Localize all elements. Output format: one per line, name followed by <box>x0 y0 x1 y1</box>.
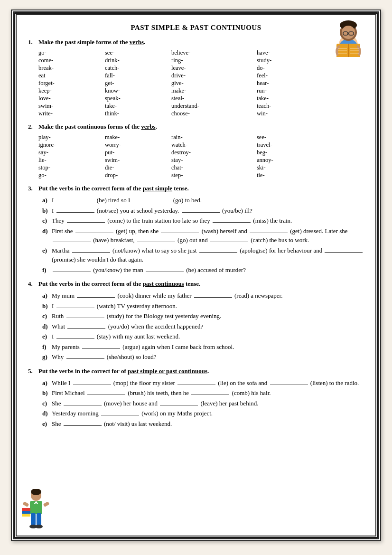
section-5-header: 5. Put the verbs in the correct for of p… <box>28 367 364 377</box>
section-5: 5. Put the verbs in the correct for of p… <box>28 367 364 429</box>
s3-item-d: d) First she (get) up, then she (wash) h… <box>42 226 364 245</box>
verb-ring: ring- <box>171 57 257 64</box>
s4-item-a: a) My mum (cook) dinner while my father … <box>42 291 364 301</box>
verb-leave: leave- <box>171 65 257 72</box>
s3-item-f: f) (you/know) the man (be) accused of mu… <box>42 265 364 275</box>
verb-write: write- <box>38 110 105 117</box>
verb-drive: drive- <box>171 72 257 79</box>
verb-break: break- <box>38 65 105 72</box>
blank-s3f1 <box>53 272 91 272</box>
s5-label-b: b) <box>42 388 52 398</box>
blank-s5c1 <box>64 405 102 405</box>
blank-s3b2 <box>182 212 220 213</box>
blank-s3e3 <box>325 252 363 253</box>
verb-catch: catch- <box>105 65 171 72</box>
verb2-swim: swim- <box>105 157 171 164</box>
s4-item-g: g) Why (she/shout) so loud? <box>42 352 364 362</box>
s5-item-d: d) Yesterday morning (work) on my Maths … <box>42 409 364 418</box>
section-1-verbs: go- see- believe- have- come- drink- rin… <box>38 49 364 117</box>
s4-content-g: Why (she/shout) so loud? <box>52 352 364 362</box>
svg-rect-27 <box>22 511 30 514</box>
svg-rect-24 <box>23 501 29 507</box>
s5-item-a: a) While I (mop) the floor my sister (li… <box>42 378 364 388</box>
verb-love: love- <box>38 95 105 102</box>
verb-take2: take- <box>105 103 171 110</box>
s5-content-e: She (not/ visit) us last weekend. <box>52 419 364 429</box>
verb2-tie: tie- <box>257 172 318 179</box>
blank-s3d5 <box>137 242 175 242</box>
s3-content-e: Martha (not/know) what to say so she jus… <box>52 246 364 264</box>
s4-item-d: d) What (you/do) when the accident happe… <box>42 322 364 331</box>
s3-content-f: (you/know) the man (be) accused of murde… <box>52 265 364 275</box>
verb2-travel: travel- <box>257 141 318 149</box>
s4-content-c: Ruth (study) for the Biology test yester… <box>52 311 364 321</box>
blank-s3d1 <box>75 233 113 233</box>
section-2: 2. Make the past continuous forms of the… <box>28 123 364 179</box>
blank-s4f1 <box>82 348 120 349</box>
verb2-make: make- <box>105 134 171 141</box>
verb2-go: go- <box>38 172 105 179</box>
verb2-beg: beg- <box>257 149 318 156</box>
verb-steal: steal- <box>171 95 257 102</box>
blank-s5a2 <box>177 385 215 385</box>
worksheet-page: PAST SIMPLE & PAST CONTINUOUS 1. Make th… <box>11 9 381 541</box>
s4-item-e: e) I (stay) with my aunt last weekend. <box>42 332 364 341</box>
verb2-step: step- <box>171 172 257 179</box>
verb2-chat: chat- <box>171 164 257 171</box>
s3-item-c: c) They (come) to the train station too … <box>42 216 364 226</box>
blank-s3b1 <box>56 212 94 213</box>
s4-content-e: I (stay) with my aunt last weekend. <box>52 332 364 341</box>
verb2-worry: worry- <box>105 141 171 149</box>
verb2-drop: drop- <box>105 172 171 179</box>
section-3-header: 3. Put the verbs in the correct form of … <box>28 185 364 194</box>
s5-label-e: e) <box>42 419 52 429</box>
verb-drink: drink- <box>105 57 171 64</box>
verb2-say: say- <box>38 149 105 156</box>
s3-label-d: d) <box>42 226 52 236</box>
s3-content-c: They (come) to the train station too lat… <box>52 216 364 226</box>
s5-item-c: c) She (move) her house and (leave) her … <box>42 399 364 408</box>
s5-label-d: d) <box>42 409 52 418</box>
verb-feel: feel- <box>257 72 318 79</box>
blank-s4e1 <box>56 338 94 339</box>
blank-s3d4 <box>53 242 91 242</box>
s3-label-a: a) <box>42 196 52 205</box>
s3-label-b: b) <box>42 206 52 216</box>
section-4-header: 4. Put the verbs in the correct form of … <box>28 280 364 290</box>
section-1: 1. Make the past simple forms of the ver… <box>28 38 364 117</box>
verb2-stay: stay- <box>171 157 257 164</box>
verb2-put: put- <box>105 149 171 156</box>
verb-think: think- <box>105 110 171 117</box>
s5-content-b: First Michael (brush) his teeth, then he… <box>52 388 364 398</box>
verb2-ski: ski- <box>257 164 318 171</box>
svg-rect-25 <box>43 501 50 507</box>
svg-rect-28 <box>22 514 30 517</box>
s5-content-a: While I (mop) the floor my sister (lie) … <box>52 378 364 388</box>
s5-content-c: She (move) her house and (leave) her pas… <box>52 399 364 408</box>
s4-label-c: c) <box>42 311 52 321</box>
s4-content-b: I (watch) TV yesterday afternoon. <box>52 301 364 311</box>
verb-forget: forget- <box>38 80 105 87</box>
blank-s5c2 <box>160 405 198 405</box>
verb-take: take- <box>257 95 318 102</box>
s3-label-e: e) <box>42 246 52 255</box>
section-5-instruction: Put the verbs in the correct for of past… <box>38 367 209 375</box>
s4-label-b: b) <box>42 301 52 311</box>
verb-keep: keep- <box>38 87 105 94</box>
page-title: PAST SIMPLE & PAST CONTINUOUS <box>28 24 364 32</box>
verb2-destroy: destroy- <box>171 149 257 156</box>
section-4-number: 4. <box>28 280 38 288</box>
s5-content-d: Yesterday morning (work) on my Maths pro… <box>52 409 364 418</box>
svg-rect-26 <box>22 508 30 511</box>
blank-s3c1 <box>67 222 105 223</box>
verb-teach: teach- <box>257 103 318 110</box>
section-2-header: 2. Make the past continuous forms of the… <box>28 123 364 132</box>
verb-know: know- <box>105 87 171 94</box>
blank-s4a2 <box>194 297 232 298</box>
section-4-items: a) My mum (cook) dinner while my father … <box>42 291 364 362</box>
verb2-annoy: annoy- <box>257 157 318 164</box>
verb-speak: speak- <box>105 95 171 102</box>
blank-s5a3 <box>270 385 308 385</box>
section-1-header: 1. Make the past simple forms of the ver… <box>28 38 364 48</box>
section-5-items: a) While I (mop) the floor my sister (li… <box>42 378 364 429</box>
